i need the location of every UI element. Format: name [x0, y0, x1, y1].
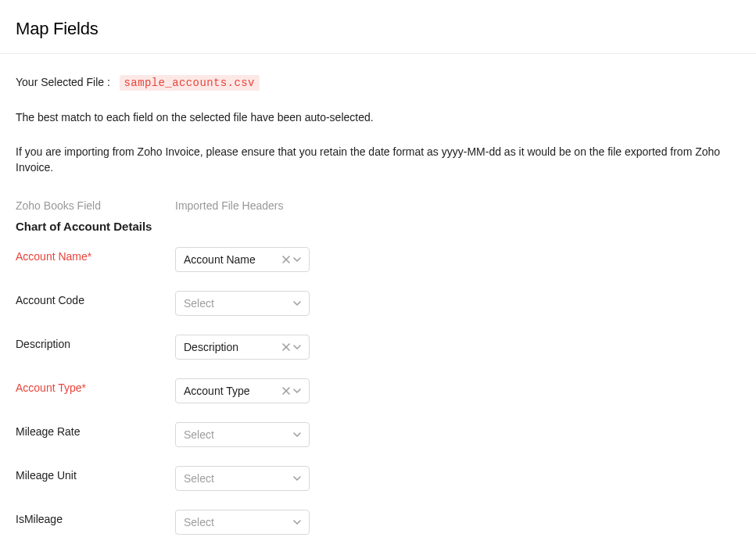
field-row: IsMileageSelect: [16, 510, 740, 535]
chevron-down-icon: [293, 387, 301, 395]
field-label: Account Name*: [16, 247, 175, 263]
field-label: IsMileage: [16, 510, 175, 525]
select-value: Select: [184, 516, 293, 528]
content-area: Your Selected File : sample_accounts.csv…: [0, 76, 756, 548]
clear-icon[interactable]: [282, 387, 290, 395]
selected-file-name: sample_accounts.csv: [120, 75, 260, 91]
date-format-info: If you are importing from Zoho Invoice, …: [16, 144, 740, 176]
file-header-select[interactable]: Account Name: [175, 247, 310, 272]
select-value: Select: [184, 297, 293, 310]
select-icon-group: [282, 256, 301, 263]
field-row: Mileage RateSelect: [16, 422, 740, 447]
field-label: Description: [16, 335, 175, 350]
field-label: Mileage Rate: [16, 422, 175, 438]
field-label: Account Type*: [16, 378, 175, 394]
section-title: Chart of Account Details: [16, 220, 740, 233]
select-value: Account Name: [184, 253, 282, 266]
file-header-select[interactable]: Select: [175, 291, 310, 316]
file-header-select[interactable]: Select: [175, 422, 310, 447]
columns-header: Zoho Books Field Imported File Headers: [16, 199, 740, 212]
file-header-select[interactable]: Select: [175, 510, 310, 535]
chevron-down-icon: [293, 343, 301, 351]
auto-select-info: The best match to each field on the sele…: [16, 111, 740, 124]
field-row: DescriptionDescription: [16, 335, 740, 360]
select-value: Select: [184, 472, 293, 485]
select-value: Account Type: [184, 385, 282, 397]
selected-file-label: Your Selected File :: [16, 76, 110, 88]
field-row: Account Type*Account Type: [16, 378, 740, 403]
selected-file-line: Your Selected File : sample_accounts.csv: [16, 76, 740, 89]
select-icon-group: [282, 343, 301, 351]
file-header-select[interactable]: Description: [175, 335, 310, 360]
select-icon-group: [293, 475, 301, 482]
field-mapping-list: Account Name*Account NameAccount CodeSel…: [16, 247, 740, 548]
page-header: Map Fields: [0, 0, 756, 54]
file-header-select[interactable]: Select: [175, 466, 310, 491]
chevron-down-icon: [293, 299, 301, 307]
field-label: Account Code: [16, 291, 175, 306]
chevron-down-icon: [293, 475, 301, 482]
field-row: Account CodeSelect: [16, 291, 740, 316]
select-value: Description: [184, 341, 282, 353]
select-icon-group: [282, 387, 301, 395]
field-row: Account Name*Account Name: [16, 247, 740, 272]
select-icon-group: [293, 299, 301, 307]
file-header-select[interactable]: Account Type: [175, 378, 310, 403]
clear-icon[interactable]: [282, 256, 290, 263]
field-row: Mileage UnitSelect: [16, 466, 740, 491]
clear-icon[interactable]: [282, 343, 290, 351]
chevron-down-icon: [293, 518, 301, 526]
select-value: Select: [184, 428, 293, 441]
field-label: Mileage Unit: [16, 466, 175, 482]
column-header-zoho-field: Zoho Books Field: [16, 199, 175, 212]
select-icon-group: [293, 518, 301, 526]
column-header-imported-headers: Imported File Headers: [175, 199, 284, 212]
chevron-down-icon: [293, 431, 301, 439]
select-icon-group: [293, 431, 301, 439]
page-title: Map Fields: [16, 19, 740, 39]
chevron-down-icon: [293, 256, 301, 263]
